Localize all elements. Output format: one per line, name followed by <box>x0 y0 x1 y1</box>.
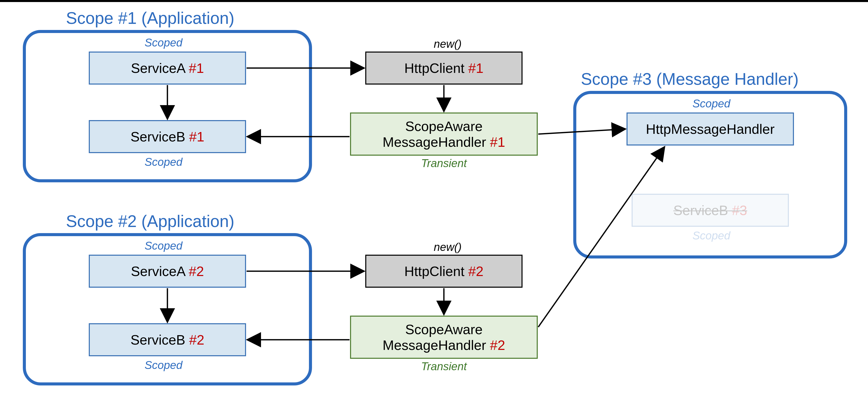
scope3-handler-box: HttpMessageHandler <box>626 113 794 145</box>
httpclient1-lifetime: new() <box>434 37 462 50</box>
httpclient2-lifetime: new() <box>434 241 462 253</box>
scope3-serviceB-name: ServiceB <box>673 203 728 218</box>
httpclient2-name: HttpClient <box>404 264 464 279</box>
scope3-serviceB-box: ServiceB #3 <box>631 194 789 227</box>
scopeaware2-inst: #2 <box>486 338 505 353</box>
httpclient2-box: HttpClient #2 <box>365 255 523 288</box>
scope1-serviceB-inst: #1 <box>185 129 205 144</box>
scope2-serviceA-name: ServiceA <box>131 264 185 279</box>
scopeaware1-inst: #1 <box>486 134 505 150</box>
scopeaware1-box: ScopeAware MessageHandler #1 <box>350 113 538 156</box>
scope3-title: Scope #3 (Message Handler) <box>581 69 799 89</box>
scopeaware1-line1: ScopeAware <box>405 118 483 134</box>
scope1-serviceB-box: ServiceB #1 <box>89 120 246 153</box>
scopeaware2-line2: MessageHandler <box>382 338 486 353</box>
scope2-serviceA-inst: #2 <box>185 264 204 279</box>
scope3-serviceB-lifetime: Scoped <box>692 229 730 242</box>
httpclient1-box: HttpClient #1 <box>365 52 523 85</box>
scopeaware2-lifetime: Transient <box>421 360 467 373</box>
scope2-serviceB-lifetime: Scoped <box>145 359 182 372</box>
scope2-serviceB-name: ServiceB <box>130 332 185 347</box>
scopeaware2-line1: ScopeAware <box>405 321 483 337</box>
scopeaware1-lifetime: Transient <box>421 157 467 170</box>
scope3-handler-lifetime: Scoped <box>692 97 730 110</box>
httpclient1-inst: #1 <box>464 60 484 76</box>
scope1-title: Scope #1 (Application) <box>66 8 235 28</box>
httpclient1-name: HttpClient <box>404 60 464 76</box>
httpclient2-inst: #2 <box>464 264 484 279</box>
scope1-serviceB-lifetime: Scoped <box>145 156 182 168</box>
scope2-serviceA-lifetime: Scoped <box>145 239 182 252</box>
scopeaware2-box: ScopeAware MessageHandler #2 <box>350 316 538 359</box>
scope2-serviceA-box: ServiceA #2 <box>89 255 246 288</box>
diagram-canvas: Scope #1 (Application) Scoped ServiceA #… <box>0 0 868 405</box>
scope1-serviceA-name: ServiceA <box>131 60 185 76</box>
scopeaware1-line2: MessageHandler <box>382 134 486 150</box>
scope1-serviceA-lifetime: Scoped <box>145 36 182 49</box>
scope2-title: Scope #2 (Application) <box>66 211 235 231</box>
scope2-serviceB-box: ServiceB #2 <box>89 323 246 356</box>
scope1-serviceA-inst: #1 <box>185 60 204 76</box>
scope2-serviceB-inst: #2 <box>185 332 205 347</box>
scope1-serviceA-box: ServiceA #1 <box>89 52 246 85</box>
scope3-handler-name: HttpMessageHandler <box>646 121 774 137</box>
scope1-serviceB-name: ServiceB <box>130 129 185 144</box>
scope3-serviceB-inst: #3 <box>728 203 747 218</box>
